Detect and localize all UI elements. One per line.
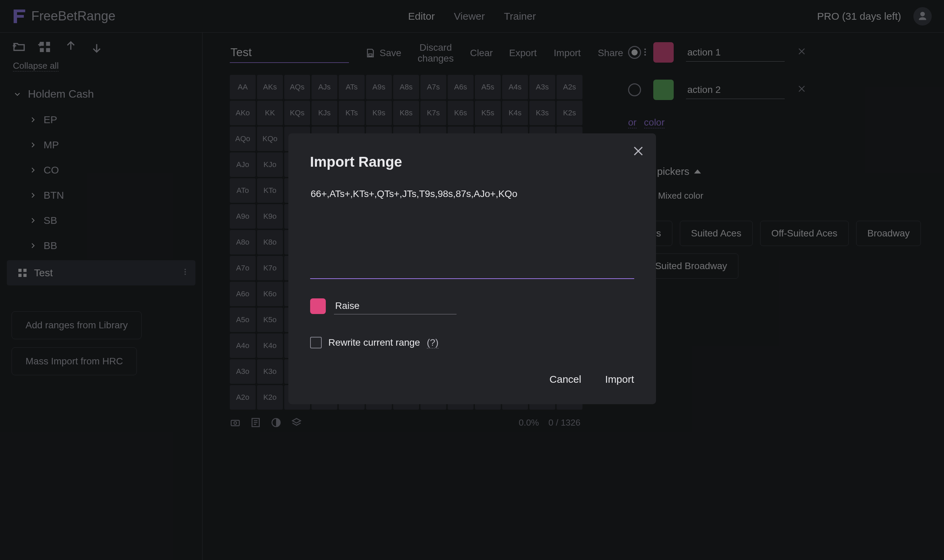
confirm-import-button[interactable]: Import: [605, 374, 634, 385]
import-color-swatch[interactable]: [310, 298, 326, 314]
help-link[interactable]: (?): [427, 337, 438, 348]
import-range-modal: Import Range 66+,ATs+,KTs+,QTs+,JTs,T9s,…: [288, 133, 656, 404]
rewrite-label: Rewrite current range: [329, 337, 420, 348]
modal-close-icon[interactable]: [631, 144, 645, 158]
modal-title: Import Range: [310, 154, 634, 170]
cancel-button[interactable]: Cancel: [549, 374, 581, 385]
range-text-input[interactable]: 66+,ATs+,KTs+,QTs+,JTs,T9s,98s,87s,AJo+,…: [310, 187, 634, 279]
rewrite-checkbox[interactable]: [310, 337, 322, 348]
import-action-name-input[interactable]: [334, 298, 457, 314]
modal-overlay[interactable]: Import Range 66+,ATs+,KTs+,QTs+,JTs,T9s,…: [0, 0, 944, 560]
